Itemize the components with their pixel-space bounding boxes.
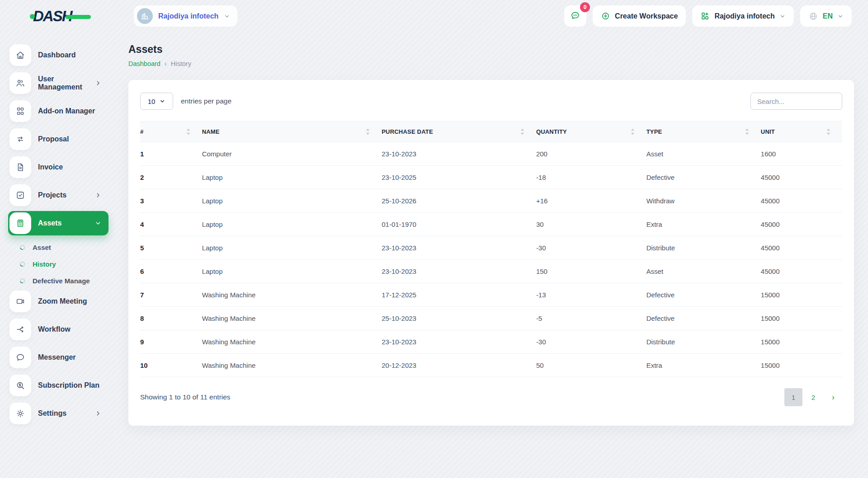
table-row[interactable]: 9Washing Machine23-10-2023-30Distribute1… <box>140 330 842 354</box>
cell-quantity: 50 <box>536 354 646 377</box>
sidebar-item-user-management[interactable]: User Management <box>8 71 108 95</box>
sidebar-item-add-on-manager[interactable]: Add-on Manager <box>8 99 108 123</box>
cell-name: Washing Machine <box>202 354 382 377</box>
history-table: #NAMEPURCHASE DATEQUANTITYTYPEUNIT1Compu… <box>140 121 842 377</box>
sidebar-subitem-defective-manage[interactable]: Defective Manage <box>8 272 108 289</box>
search-input[interactable] <box>750 93 842 110</box>
cell-quantity: -13 <box>536 283 646 307</box>
sidebar-subitem-asset[interactable]: Asset <box>8 239 108 256</box>
sidebar-item-subscription-plan[interactable]: Subscription Plan <box>8 373 108 398</box>
sidebar-subitem-label: Defective Manage <box>33 277 90 285</box>
circle-bullet-icon <box>19 261 25 267</box>
cell-purchase-date: 01-01-1970 <box>382 213 536 236</box>
cell-type: Defective <box>646 307 761 330</box>
chevron-down-icon <box>159 98 165 104</box>
search-dollar-icon <box>9 375 31 396</box>
cell-: 1 <box>140 142 202 166</box>
column-header-type[interactable]: TYPE <box>646 128 662 135</box>
cell-type: Extra <box>646 354 761 377</box>
app-root: DASH Rajodiya infotech 0 <box>0 0 868 429</box>
sort-icon[interactable] <box>826 128 830 135</box>
cell-type: Defective <box>646 166 761 189</box>
page-button-2[interactable]: 2 <box>804 388 822 406</box>
column-header-name[interactable]: NAME <box>202 128 220 135</box>
chevron-right-icon <box>94 410 102 417</box>
sidebar-item-label: Settings <box>38 409 88 418</box>
sidebar-item-invoice[interactable]: Invoice <box>8 155 108 179</box>
next-page-button[interactable]: › <box>824 388 842 406</box>
sort-icon[interactable] <box>745 128 749 135</box>
sidebar-item-label: Dashboard <box>38 51 107 59</box>
cell-: 3 <box>140 189 202 213</box>
check-square-icon <box>9 184 31 206</box>
cell-name: Computer <box>202 142 382 166</box>
column-header-unit[interactable]: UNIT <box>761 128 775 135</box>
entries-per-page-label: entries per page <box>181 97 231 105</box>
history-table-card: 10 entries per page #NAMEPURCHASE DATEQU… <box>128 80 854 426</box>
cell-name: Laptop <box>202 189 382 213</box>
breadcrumb-dashboard-link[interactable]: Dashboard <box>128 60 160 67</box>
chevron-down-icon <box>837 13 844 19</box>
cell-: 4 <box>140 213 202 236</box>
cell-unit: 15000 <box>761 330 842 354</box>
users-icon <box>9 72 31 94</box>
cell-quantity: -30 <box>536 330 646 354</box>
sort-icon[interactable] <box>520 128 524 135</box>
sidebar-subitem-label: History <box>33 260 56 268</box>
notification-badge: 0 <box>580 2 590 12</box>
cell-unit: 45000 <box>761 189 842 213</box>
messages-button[interactable]: 0 <box>564 5 586 27</box>
table-row[interactable]: 3Laptop25-10-2026+16Withdraw45000 <box>140 189 842 213</box>
topbar: DASH Rajodiya infotech 0 <box>0 0 868 32</box>
page-size-select[interactable]: 10 <box>140 93 173 110</box>
cell-type: Withdraw <box>646 189 761 213</box>
table-row[interactable]: 6Laptop23-10-2023150Asset45000 <box>140 260 842 283</box>
create-workspace-button[interactable]: Create Workspace <box>593 5 686 27</box>
cell-: 7 <box>140 283 202 307</box>
sidebar-item-projects[interactable]: Projects <box>8 183 108 207</box>
file-icon <box>9 156 31 178</box>
sidebar-item-messenger[interactable]: Messenger <box>8 345 108 370</box>
app-logo[interactable]: DASH <box>30 8 91 25</box>
table-row[interactable]: 2Laptop23-10-2025-18Defective45000 <box>140 166 842 189</box>
sort-icon[interactable] <box>631 128 635 135</box>
column-header-quantity[interactable]: QUANTITY <box>536 128 567 135</box>
building-icon <box>137 8 153 24</box>
table-row[interactable]: 1Computer23-10-2023200Asset1600 <box>140 142 842 166</box>
logo-dash-icon <box>66 15 91 19</box>
gear-icon <box>9 403 31 424</box>
table-row[interactable]: 4Laptop01-01-197030Extra45000 <box>140 213 842 236</box>
sidebar-item-assets[interactable]: Assets <box>8 211 108 235</box>
calculator-icon <box>9 212 31 234</box>
cell-type: Asset <box>646 142 761 166</box>
cell-unit: 45000 <box>761 166 842 189</box>
cell-type: Asset <box>646 260 761 283</box>
sidebar-item-proposal[interactable]: Proposal <box>8 127 108 151</box>
chevron-right-icon <box>94 192 102 199</box>
company-dropdown[interactable]: Rajodiya infotech <box>692 5 793 27</box>
sidebar-item-workflow[interactable]: Workflow <box>8 317 108 342</box>
cell-type: Extra <box>646 213 761 236</box>
column-header-purchase-date[interactable]: PURCHASE DATE <box>382 128 433 135</box>
language-dropdown[interactable]: EN <box>800 5 852 27</box>
home-icon <box>9 44 31 66</box>
sidebar-item-zoom-meeting[interactable]: Zoom Meeting <box>8 289 108 314</box>
table-row[interactable]: 10Washing Machine20-12-202350Extra15000 <box>140 354 842 377</box>
sidebar-item-dashboard[interactable]: Dashboard <box>8 43 108 67</box>
sort-icon[interactable] <box>366 128 370 135</box>
sidebar-subitem-history[interactable]: History <box>8 256 108 272</box>
table-row[interactable]: 5Laptop23-10-2023-30Distribute45000 <box>140 236 842 260</box>
cell-unit: 1600 <box>761 142 842 166</box>
sort-icon[interactable] <box>186 128 190 135</box>
page-button-1[interactable]: 1 <box>784 388 802 406</box>
table-row[interactable]: 7Washing Machine17-12-2025-13Defective15… <box>140 283 842 307</box>
page-title: Assets <box>128 43 854 56</box>
table-row[interactable]: 8Washing Machine25-10-2023-5Defective150… <box>140 307 842 330</box>
workspace-switcher[interactable]: Rajodiya infotech <box>134 5 237 27</box>
chat-icon <box>9 347 31 368</box>
column-header-[interactable]: # <box>140 128 143 135</box>
chevron-down-icon <box>779 13 786 19</box>
cell-name: Laptop <box>202 260 382 283</box>
breadcrumb-separator: › <box>165 60 167 67</box>
sidebar-item-settings[interactable]: Settings <box>8 401 108 426</box>
